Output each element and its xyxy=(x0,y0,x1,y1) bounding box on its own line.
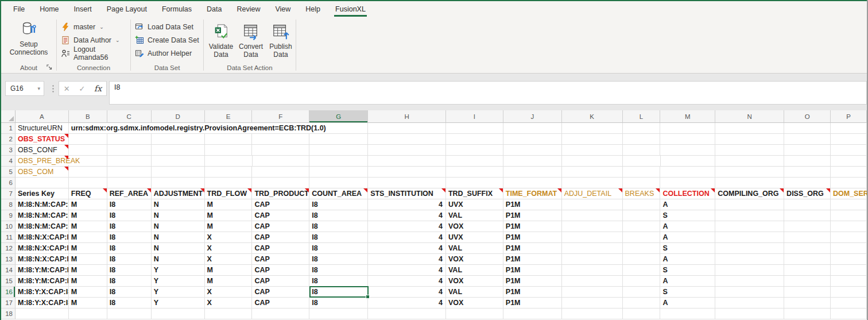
cell-M12[interactable]: S xyxy=(660,243,715,254)
cell-P7[interactable]: DOM_SER xyxy=(831,188,867,199)
cell-A6[interactable] xyxy=(16,178,69,188)
cell-L7[interactable]: BREAKS xyxy=(623,188,661,199)
column-header-F[interactable]: F xyxy=(252,110,309,123)
cell-M5[interactable] xyxy=(660,167,715,178)
row-header-2[interactable]: 2 xyxy=(1,134,16,145)
select-all-corner[interactable] xyxy=(1,110,16,123)
cell-O16[interactable] xyxy=(784,287,831,298)
cell-N2[interactable] xyxy=(715,134,784,145)
tab-insert[interactable]: Insert xyxy=(67,1,99,17)
cell-B8[interactable]: M xyxy=(69,199,107,210)
cell-H11[interactable]: 4 xyxy=(368,232,446,243)
cell-H1[interactable] xyxy=(368,123,446,134)
cell-P6[interactable] xyxy=(831,178,867,188)
cell-H6[interactable] xyxy=(368,178,446,188)
cell-N18[interactable] xyxy=(715,309,784,319)
cell-L4[interactable] xyxy=(623,156,661,167)
cell-F12[interactable]: CAP xyxy=(252,243,309,254)
cell-I16[interactable]: VAL xyxy=(446,287,503,298)
cell-F11[interactable]: CAP xyxy=(252,232,309,243)
cell-M10[interactable]: A xyxy=(660,221,715,232)
cell-N3[interactable] xyxy=(715,145,784,156)
cell-I5[interactable] xyxy=(446,167,503,178)
cell-M9[interactable]: S xyxy=(660,210,715,221)
row-header-6[interactable]: 6 xyxy=(1,178,16,188)
cell-G16[interactable]: I8 xyxy=(309,287,368,298)
validate-data-button[interactable]: Validate Data xyxy=(207,20,235,63)
cell-A1[interactable]: StructureURN xyxy=(16,123,69,134)
row-header-15[interactable]: 15 xyxy=(1,276,16,287)
row-header-14[interactable]: 14 xyxy=(1,265,16,276)
cell-B16[interactable]: M xyxy=(69,287,107,298)
cell-A12[interactable]: M:I8:N:X:CAP:I8 xyxy=(16,243,69,254)
cell-E15[interactable]: M xyxy=(205,276,253,287)
cell-N1[interactable] xyxy=(715,123,784,134)
cell-B5[interactable] xyxy=(69,167,107,178)
cell-A17[interactable]: M:I8:Y:X:CAP:I8 xyxy=(16,298,69,309)
cell-C8[interactable]: I8 xyxy=(107,199,152,210)
cell-P8[interactable] xyxy=(831,199,867,210)
cell-E5[interactable] xyxy=(205,167,253,178)
cell-H7[interactable]: STS_INSTITUTION xyxy=(368,188,446,199)
cell-P11[interactable] xyxy=(831,232,867,243)
cell-L18[interactable] xyxy=(623,309,661,319)
cell-A15[interactable]: M:I8:Y:M:CAP:I8 xyxy=(16,276,69,287)
cell-L2[interactable] xyxy=(623,134,661,145)
cell-O5[interactable] xyxy=(784,167,831,178)
cell-D5[interactable] xyxy=(152,167,205,178)
cell-K14[interactable] xyxy=(562,265,623,276)
cell-G2[interactable] xyxy=(309,134,368,145)
cell-D9[interactable]: N xyxy=(152,210,205,221)
cell-I11[interactable]: UVX xyxy=(446,232,503,243)
cell-L9[interactable] xyxy=(623,210,661,221)
cell-I14[interactable]: VAL xyxy=(446,265,503,276)
cell-I4[interactable] xyxy=(446,156,503,167)
tab-data[interactable]: Data xyxy=(199,1,229,17)
cell-C13[interactable]: I8 xyxy=(107,254,152,265)
tab-page-layout[interactable]: Page Layout xyxy=(99,1,154,17)
cell-P10[interactable] xyxy=(831,221,867,232)
setup-connections-button[interactable]: Setup Connections xyxy=(1,17,56,61)
cell-O17[interactable] xyxy=(784,298,831,309)
cell-P15[interactable] xyxy=(831,276,867,287)
cell-G12[interactable]: I8 xyxy=(309,243,368,254)
cell-K7[interactable]: ADJU_DETAIL xyxy=(562,188,623,199)
cell-B15[interactable]: M xyxy=(69,276,107,287)
cell-E14[interactable]: M xyxy=(205,265,253,276)
cell-P1[interactable] xyxy=(831,123,867,134)
cell-G7[interactable]: COUNT_AREA xyxy=(309,188,368,199)
cell-M18[interactable] xyxy=(660,309,715,319)
cell-G8[interactable]: I8 xyxy=(309,199,368,210)
row-header-7[interactable]: 7 xyxy=(1,188,16,199)
tab-review[interactable]: Review xyxy=(229,1,268,17)
cell-N7[interactable]: COMPILING_ORG xyxy=(715,188,784,199)
cell-F10[interactable]: CAP xyxy=(252,221,309,232)
row-header-12[interactable]: 12 xyxy=(1,243,16,254)
cell-F18[interactable] xyxy=(252,309,309,319)
cell-C7[interactable]: REF_AREA xyxy=(107,188,152,199)
data-author-button[interactable]: Data Author ⌄ xyxy=(61,35,130,45)
cell-J16[interactable]: P1M xyxy=(503,287,562,298)
cell-A2[interactable]: OBS_STATUS xyxy=(16,134,69,145)
cell-M13[interactable]: A xyxy=(660,254,715,265)
cell-B17[interactable]: M xyxy=(69,298,107,309)
cell-C15[interactable]: I8 xyxy=(107,276,152,287)
cell-L17[interactable] xyxy=(623,298,661,309)
row-header-8[interactable]: 8 xyxy=(1,199,16,210)
cell-B7[interactable]: FREQ xyxy=(69,188,107,199)
row-header-17[interactable]: 17 xyxy=(1,298,16,309)
row-header-18[interactable]: 18 xyxy=(1,309,16,319)
column-header-C[interactable]: C xyxy=(107,110,152,123)
cell-B6[interactable] xyxy=(69,178,107,188)
cell-G6[interactable] xyxy=(309,178,368,188)
cell-J10[interactable]: P1M xyxy=(503,221,562,232)
cell-I18[interactable] xyxy=(446,309,503,319)
cell-H17[interactable]: 4 xyxy=(368,298,446,309)
cell-K12[interactable] xyxy=(562,243,623,254)
cell-M16[interactable]: S xyxy=(660,287,715,298)
cell-C6[interactable] xyxy=(107,178,152,188)
cell-I3[interactable] xyxy=(446,145,503,156)
cell-L8[interactable] xyxy=(623,199,661,210)
cell-J12[interactable]: P1M xyxy=(503,243,562,254)
cell-K16[interactable] xyxy=(562,287,623,298)
